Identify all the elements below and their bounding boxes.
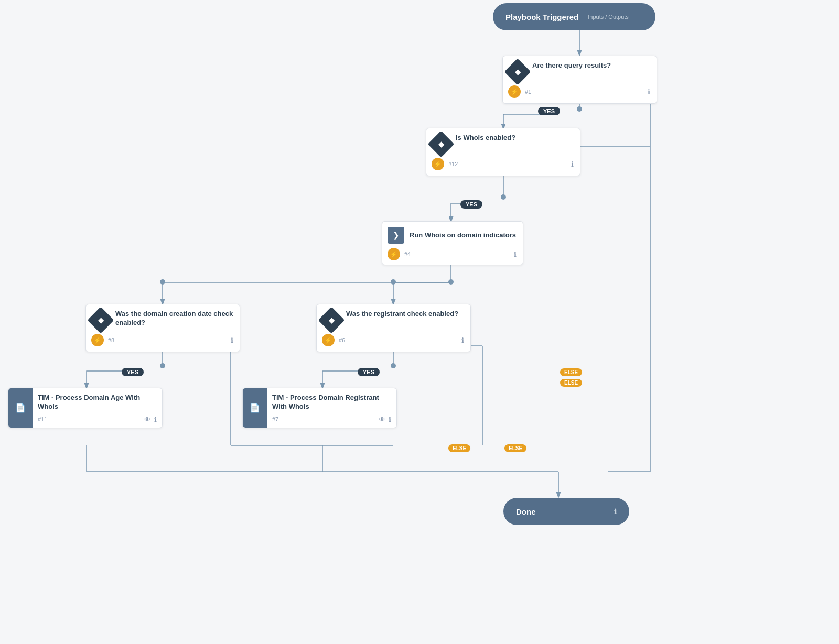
script-icon-whois: ❯ [388, 227, 404, 244]
action-whois-title: Run Whois on domain indicators [410, 231, 517, 240]
yes-badge-3: YES [122, 367, 144, 376]
yes-badge-2: YES [460, 199, 482, 209]
yes-badge-4: YES [358, 367, 380, 376]
info-btn-2[interactable]: ℹ [571, 160, 574, 168]
else-badge-right-top: ELSE [560, 367, 582, 376]
lightning-badge-4: ⚡ [322, 334, 335, 346]
playbook2-sidebar-icon: 📄 [243, 388, 267, 428]
lightning-badge-3: ⚡ [91, 334, 104, 346]
else-badge-right-bot: ELSE [560, 377, 582, 387]
done-label: Done [516, 507, 536, 516]
eye-icon-2[interactable]: 👁 [379, 416, 385, 423]
playbook1-title: TIM - Process Domain Age With Whois [38, 394, 157, 411]
else-badge-cond3: ELSE [448, 443, 470, 452]
playbook1-node[interactable]: 📄 TIM - Process Domain Age With Whois #1… [8, 388, 163, 428]
svg-point-21 [160, 279, 165, 285]
condition2-num: #12 [448, 161, 567, 167]
condition3-node[interactable]: ◆ Was the domain creation date check ena… [85, 304, 240, 352]
condition3-title: Was the domain creation date check enabl… [115, 310, 233, 328]
info-btn-whois[interactable]: ℹ [514, 250, 517, 258]
trigger-node[interactable]: Playbook Triggered Inputs / Outputs [493, 3, 655, 30]
playbook1-num: #11 [38, 416, 144, 422]
else-badge-cond4: ELSE [504, 443, 526, 452]
condition1-node[interactable]: ◆ Are there query results? ⚡ #1 ℹ [502, 56, 657, 104]
diamond-icon-4: ◆ [318, 307, 345, 334]
condition3-num: #8 [108, 337, 227, 343]
info-btn-4[interactable]: ℹ [461, 336, 464, 344]
yes-badge-1: YES [538, 106, 560, 115]
info-icon-2[interactable]: ℹ [389, 416, 391, 423]
info-btn-3[interactable]: ℹ [231, 336, 233, 344]
eye-icon-1[interactable]: 👁 [144, 416, 151, 423]
svg-point-22 [391, 279, 396, 285]
action-whois-num: #4 [404, 251, 514, 257]
workflow-canvas: Playbook Triggered Inputs / Outputs ◆ Ar… [0, 0, 839, 644]
diamond-icon-2: ◆ [428, 131, 455, 158]
done-node[interactable]: Done ℹ [503, 498, 629, 525]
playbook2-title: TIM - Process Domain Registrant With Who… [272, 394, 391, 411]
condition4-num: #6 [339, 337, 457, 343]
condition1-title: Are there query results? [532, 61, 650, 70]
diamond-icon-1: ◆ [504, 59, 531, 85]
action-whois-node[interactable]: ❯ Run Whois on domain indicators ⚡ #4 ℹ [382, 221, 523, 265]
inputs-outputs-label: Inputs / Outputs [588, 14, 629, 20]
svg-point-18 [577, 106, 582, 112]
info-btn-1[interactable]: ℹ [648, 88, 650, 96]
lightning-badge-1: ⚡ [508, 85, 521, 98]
svg-point-19 [501, 194, 506, 200]
condition4-node[interactable]: ◆ Was the registrant check enabled? ⚡ #6… [316, 304, 471, 352]
svg-point-23 [160, 363, 165, 368]
svg-point-20 [448, 279, 454, 285]
playbook2-num: #7 [272, 416, 379, 422]
playbook1-sidebar-icon: 📄 [8, 388, 33, 428]
diamond-icon-3: ◆ [88, 307, 114, 334]
playbook2-node[interactable]: 📄 TIM - Process Domain Registrant With W… [242, 388, 397, 428]
info-icon-1[interactable]: ℹ [154, 416, 157, 423]
condition2-title: Is Whois enabled? [456, 134, 574, 143]
lightning-badge-2: ⚡ [432, 158, 444, 170]
trigger-label: Playbook Triggered [505, 13, 578, 21]
condition1-num: #1 [525, 89, 643, 95]
condition2-node[interactable]: ◆ Is Whois enabled? ⚡ #12 ℹ [426, 128, 580, 176]
condition4-title: Was the registrant check enabled? [346, 310, 464, 319]
done-info-icon[interactable]: ℹ [614, 508, 617, 516]
lightning-badge-whois: ⚡ [388, 248, 400, 260]
svg-point-24 [391, 363, 396, 368]
